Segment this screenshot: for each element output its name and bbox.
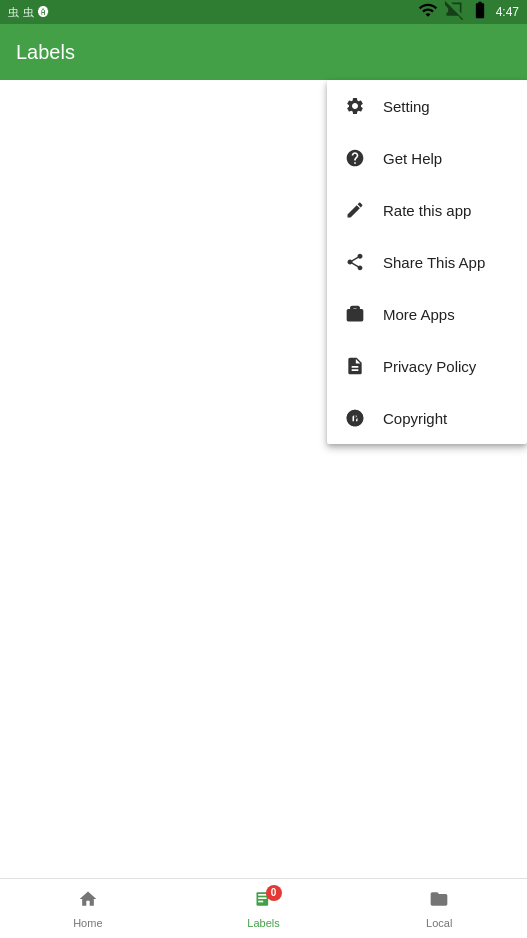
page-title: Labels <box>16 41 75 64</box>
status-bar: 虫 虫 🅐 4:47 <box>0 0 527 24</box>
menu-item-share-app[interactable]: Share This App <box>327 236 527 288</box>
menu-copyright-label: Copyright <box>383 410 447 427</box>
signal-icon <box>444 0 464 24</box>
folder-icon <box>429 889 449 915</box>
home-icon <box>78 889 98 915</box>
svg-rect-3 <box>258 900 263 902</box>
copyright-icon <box>343 406 367 430</box>
status-time: 4:47 <box>496 5 519 19</box>
menu-item-copyright[interactable]: Copyright <box>327 392 527 444</box>
menu-rate-app-label: Rate this app <box>383 202 471 219</box>
bug-icon-1: 虫 <box>8 5 19 20</box>
app-bar: Labels <box>0 24 527 80</box>
help-icon <box>343 146 367 170</box>
menu-item-setting[interactable]: Setting <box>327 80 527 132</box>
dropdown-menu: Setting Get Help Rate this app Share Thi… <box>327 80 527 444</box>
svg-rect-2 <box>258 897 266 899</box>
menu-privacy-policy-label: Privacy Policy <box>383 358 476 375</box>
nav-home-label: Home <box>73 917 102 929</box>
menu-get-help-label: Get Help <box>383 150 442 167</box>
gear-icon <box>343 94 367 118</box>
nav-item-home[interactable]: Home <box>0 879 176 938</box>
menu-item-rate-app[interactable]: Rate this app <box>327 184 527 236</box>
nav-local-label: Local <box>426 917 452 929</box>
nav-item-local[interactable]: Local <box>351 879 527 938</box>
share-icon <box>343 250 367 274</box>
nav-labels-label: Labels <box>247 917 279 929</box>
briefcase-icon <box>343 302 367 326</box>
menu-setting-label: Setting <box>383 98 430 115</box>
a-icon: 🅐 <box>38 6 49 18</box>
menu-item-privacy-policy[interactable]: Privacy Policy <box>327 340 527 392</box>
wifi-icon <box>418 0 438 24</box>
status-bar-left: 虫 虫 🅐 <box>8 5 49 20</box>
labels-badge-wrapper: 0 <box>254 889 274 915</box>
document-icon <box>343 354 367 378</box>
menu-item-more-apps[interactable]: More Apps <box>327 288 527 340</box>
svg-rect-1 <box>258 894 266 896</box>
battery-icon <box>470 0 490 24</box>
nav-item-labels[interactable]: 0 Labels <box>176 879 352 938</box>
menu-item-get-help[interactable]: Get Help <box>327 132 527 184</box>
menu-share-app-label: Share This App <box>383 254 485 271</box>
status-bar-right: 4:47 <box>418 0 519 24</box>
bottom-nav: Home 0 Labels Local <box>0 878 527 938</box>
rate-icon <box>343 198 367 222</box>
bug-icon-2: 虫 <box>23 5 34 20</box>
labels-badge: 0 <box>266 885 282 901</box>
menu-more-apps-label: More Apps <box>383 306 455 323</box>
